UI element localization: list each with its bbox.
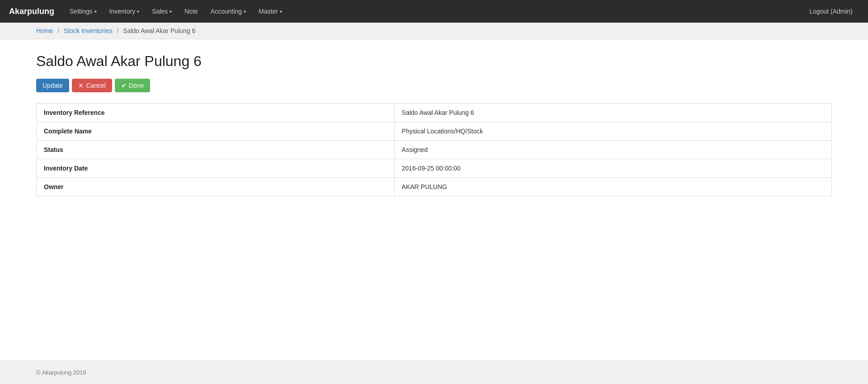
done-button[interactable]: ✔ Done [115,79,150,92]
chevron-down-icon: ▾ [94,9,97,14]
action-buttons: Update ✕ Cancel ✔ Done [36,79,832,92]
breadcrumb-sep-1: / [57,27,59,34]
cross-icon: ✕ [78,82,84,89]
row-label: Status [37,141,395,159]
done-label: Done [129,82,144,89]
nav-accounting-label: Accounting [211,8,242,15]
row-label: Inventory Reference [37,104,395,122]
chevron-down-icon: ▾ [170,9,172,14]
nav-master[interactable]: Master ▾ [252,0,288,23]
brand[interactable]: Akarpulung [9,7,54,16]
nav-logout[interactable]: Logout (Admin) [803,0,859,23]
breadcrumb-current: Saldo Awal Akar Pulung 6 [123,27,195,34]
copyright: © Akarpulung 2016 [36,369,86,376]
update-button[interactable]: Update [36,79,69,92]
main-content: Saldo Awal Akar Pulung 6 Update ✕ Cancel… [0,39,868,360]
breadcrumb: Home / Stock Inventories / Saldo Awal Ak… [0,23,868,39]
row-value: AKAR PULUNG [394,178,831,196]
row-label: Complete Name [37,122,395,141]
table-row: Inventory ReferenceSaldo Awal Akar Pulun… [37,104,832,122]
nav-settings-label: Settings [70,8,93,15]
breadcrumb-home[interactable]: Home [36,27,53,34]
table-row: OwnerAKAR PULUNG [37,178,832,196]
breadcrumb-parent[interactable]: Stock Inventories [64,27,112,34]
update-label: Update [42,82,63,89]
nav-master-label: Master [259,8,278,15]
nav-settings[interactable]: Settings ▾ [63,0,103,23]
row-value: Physical Locations/HQ/Stock [394,122,831,141]
detail-table: Inventory ReferenceSaldo Awal Akar Pulun… [36,103,832,196]
page-title: Saldo Awal Akar Pulung 6 [36,53,832,70]
nav-logout-label: Logout (Admin) [809,8,853,15]
cancel-label: Cancel [86,82,106,89]
table-row: Complete NamePhysical Locations/HQ/Stock [37,122,832,141]
cancel-button[interactable]: ✕ Cancel [72,79,112,92]
nav-accounting[interactable]: Accounting ▾ [204,0,252,23]
footer: © Akarpulung 2016 [0,360,868,384]
nav-note[interactable]: Note [178,0,204,23]
nav-inventory[interactable]: Inventory ▾ [103,0,146,23]
nav-sales-label: Sales [152,8,168,15]
chevron-down-icon: ▾ [244,9,246,14]
chevron-down-icon: ▾ [280,9,282,14]
nav-note-label: Note [184,8,198,15]
nav-inventory-label: Inventory [109,8,136,15]
row-value: 2016-09-25 00:00:00 [394,159,831,178]
check-icon: ✔ [121,82,127,89]
nav-sales[interactable]: Sales ▾ [146,0,178,23]
row-label: Inventory Date [37,159,395,178]
breadcrumb-sep-2: / [117,27,118,34]
chevron-down-icon: ▾ [137,9,139,14]
row-value: Saldo Awal Akar Pulung 6 [394,104,831,122]
row-value: Assigned [394,141,831,159]
row-label: Owner [37,178,395,196]
table-row: Inventory Date2016-09-25 00:00:00 [37,159,832,178]
table-row: StatusAssigned [37,141,832,159]
navbar: Akarpulung Settings ▾ Inventory ▾ Sales … [0,0,868,23]
